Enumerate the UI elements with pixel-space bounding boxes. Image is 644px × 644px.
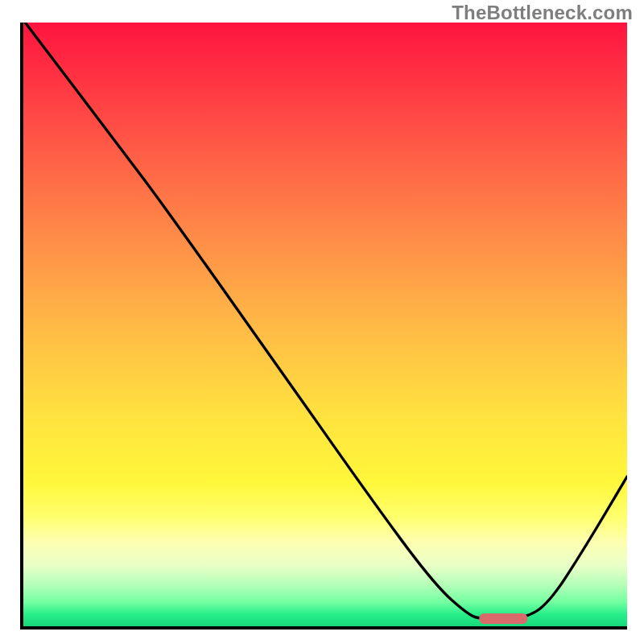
attribution-label: TheBottleneck.com [452, 2, 633, 24]
chart-container: TheBottleneck.com [0, 0, 644, 644]
plot-area [20, 23, 627, 630]
curve-path [25, 23, 627, 619]
optimum-marker [479, 613, 527, 624]
plot-overlay [23, 23, 627, 626]
